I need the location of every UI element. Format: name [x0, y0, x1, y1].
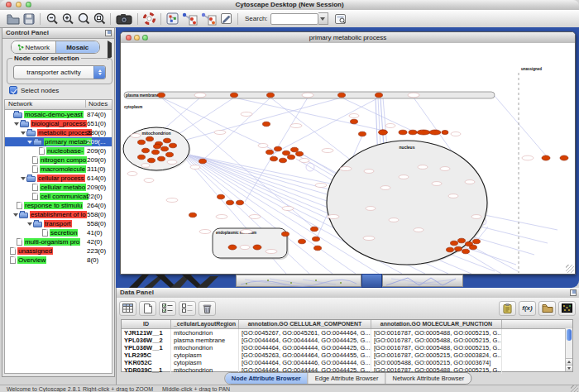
expand-arrow-icon[interactable] — [27, 141, 32, 144]
col-cellular-component[interactable]: annotation.GO CELLULAR_COMPONENT — [239, 320, 371, 328]
tree-row[interactable]: nucleobase- 209(0) — [5, 146, 112, 155]
window-resize-grip[interactable] — [566, 265, 574, 273]
document-icon — [32, 165, 38, 173]
tree-row[interactable]: unassigned 223(0) — [5, 246, 112, 256]
tree-header: Network Nodes — [5, 100, 112, 110]
layout-nodes-1-icon[interactable] — [180, 12, 199, 26]
expand-arrow-icon[interactable] — [14, 122, 19, 126]
col-id[interactable]: ID — [122, 320, 171, 328]
select-columns-icon[interactable] — [159, 301, 176, 316]
float-panel-icon[interactable] — [105, 30, 112, 36]
unselect-columns-icon[interactable] — [179, 301, 196, 316]
col-region[interactable]: _cellularLayoutRegion — [171, 320, 239, 328]
table-row[interactable]: YLR295C cytoplasm [GO:0045263, GO:004446… — [122, 351, 572, 359]
float-panel-icon[interactable] — [570, 289, 577, 296]
document-icon — [32, 193, 38, 200]
advanced-search-icon[interactable] — [333, 12, 348, 26]
search-options-dropdown[interactable] — [318, 12, 328, 25]
tree-row[interactable]: cellular process 614(0) — [5, 174, 112, 183]
document-icon — [17, 238, 22, 246]
zoom-in-icon[interactable] — [60, 12, 75, 26]
network-tree: Network Nodes mosaic-demo-yeast 874(0) b… — [4, 99, 112, 374]
node-color-selection-group: Node color selection transporter activit… — [7, 58, 112, 84]
node-color-select[interactable]: transporter activity — [13, 65, 106, 79]
minimized-view-thumb[interactable] — [361, 274, 382, 288]
tree-row-selected[interactable]: primary metabo 209(... — [5, 137, 112, 146]
tree-row[interactable]: metabolic process 280(0) — [5, 128, 112, 137]
tab-node-attribute-browser[interactable]: Node Attribute Browser — [225, 373, 309, 384]
scrollbar-thumb[interactable] — [567, 329, 572, 341]
search-label: Search: — [245, 15, 268, 22]
tree-row[interactable]: response to stimulu 264(0) — [5, 201, 112, 210]
data-panel-toolbar: f(x) — [117, 298, 579, 318]
nucleus-region[interactable]: nucleus — [327, 141, 489, 266]
tab-network[interactable]: Network — [12, 41, 56, 53]
network-view-window[interactable]: primary metabolic process — [120, 31, 576, 275]
nucleus-label: nucleus — [400, 145, 415, 150]
col-molecular-function[interactable]: annotation.GO MOLECULAR_FUNCTION — [371, 320, 502, 328]
new-attribute-icon[interactable] — [139, 301, 156, 316]
tree-row[interactable]: secretion 41(0) — [5, 228, 112, 237]
main-toolbar: Search: — [0, 10, 579, 28]
scroll-down-icon[interactable] — [566, 365, 572, 371]
zoom-out-icon[interactable] — [44, 12, 60, 26]
search-input[interactable] — [270, 13, 318, 25]
scroll-up-icon[interactable] — [566, 358, 572, 365]
table-row[interactable]: YKR052C cytoplasm [GO:0044464, GO:004444… — [122, 359, 572, 366]
annotation-editor-icon[interactable] — [218, 12, 234, 26]
minimized-view-strip[interactable] — [382, 275, 463, 287]
welcome-text: Welcome to Cytoscape 2.8.1 — [7, 386, 80, 392]
tab-network-attribute-browser[interactable]: Network Attribute Browser — [385, 373, 471, 384]
select-nodes-checkbox[interactable] — [9, 86, 17, 94]
tree-row[interactable]: multi-organism pro 42(0) — [5, 237, 112, 246]
zoom-fit-icon[interactable] — [91, 12, 107, 26]
table-scrollbar[interactable] — [565, 328, 572, 371]
table-row[interactable]: YPL036W__2 plasma membrane [GO:0044464, … — [122, 337, 572, 344]
expand-arrow-icon[interactable] — [27, 222, 32, 226]
tree-row[interactable]: nitrogen compo 209(0) — [5, 155, 112, 165]
tree-row[interactable]: cellular metabo 209(0) — [5, 183, 112, 192]
expand-arrow-icon[interactable] — [21, 131, 26, 135]
tab-edge-attribute-browser[interactable]: Edge Attribute Browser — [309, 373, 386, 384]
table-row[interactable]: YPL036W__1 mitochondrion [GO:0044464, GO… — [122, 344, 572, 351]
folder-icon — [26, 131, 36, 136]
tree-row[interactable]: mosaic-demo-yeast 874(0) — [5, 110, 112, 119]
matrix-view-icon[interactable] — [558, 301, 576, 316]
network-tab-icon — [17, 44, 24, 50]
paste-attributes-icon[interactable] — [499, 301, 516, 316]
expand-arrow-icon[interactable] — [21, 177, 26, 180]
minimized-view-thumbnail[interactable] — [127, 275, 220, 288]
tree-row[interactable]: Overview 8(0) — [5, 256, 112, 265]
tree-row[interactable]: establishment of lo 558(0) — [5, 210, 112, 219]
table-row[interactable]: YJR121W__1 mitochondrion [GO:0045267, GO… — [122, 329, 572, 337]
help-ring-icon[interactable] — [141, 12, 157, 26]
app-resize-grip[interactable] — [571, 385, 578, 392]
zoom-selected-icon[interactable] — [75, 12, 91, 26]
tree-col-network[interactable]: Network — [8, 100, 32, 108]
tree-row[interactable]: biological_process 651(0) — [5, 119, 112, 128]
network-window-titlebar[interactable]: primary metabolic process — [121, 32, 575, 44]
folder-icon — [33, 222, 42, 227]
import-attributes-icon[interactable] — [538, 301, 556, 316]
network-overview-icon[interactable] — [165, 12, 180, 26]
attribute-table-header: ID _cellularLayoutRegion annotation.GO C… — [122, 320, 572, 329]
save-icon[interactable] — [21, 12, 36, 26]
tree-row[interactable]: transport 558(0) — [5, 219, 112, 228]
open-icon[interactable] — [5, 12, 21, 26]
tree-col-nodes[interactable]: Nodes — [85, 100, 108, 108]
delete-attribute-icon[interactable] — [199, 301, 216, 316]
document-icon — [10, 256, 16, 264]
expand-arrow-icon[interactable] — [13, 213, 18, 217]
minimized-view-strip[interactable] — [236, 275, 361, 287]
mdi-desktop: primary metabolic process — [116, 27, 579, 288]
network-canvas[interactable]: nucleus plasma membrane cytoplasm mitoch… — [121, 43, 575, 274]
tab-mosaic[interactable]: Mosaic — [56, 41, 100, 53]
function-builder-icon[interactable]: f(x) — [519, 301, 536, 316]
snapshot-icon[interactable] — [114, 12, 134, 26]
tree-row[interactable]: macromolecule 311(0) — [5, 165, 112, 174]
layout-nodes-2-icon[interactable] — [199, 12, 218, 26]
attribute-table-icon[interactable] — [119, 301, 136, 316]
control-panel: Control Panel Network Mosaic Node color … — [2, 27, 115, 377]
more-tabs-arrow-icon[interactable] — [108, 43, 112, 58]
tree-row[interactable]: cell communicat 22(0) — [5, 192, 112, 201]
